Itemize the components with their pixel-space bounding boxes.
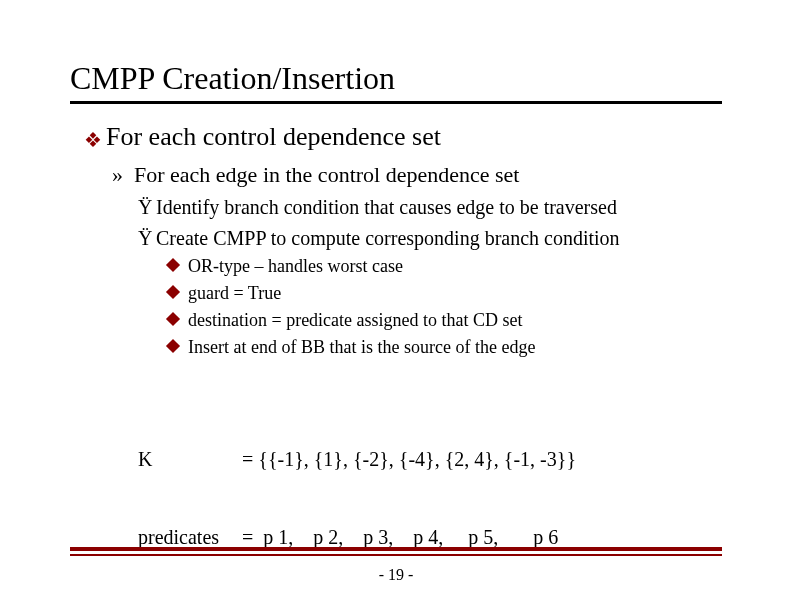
bullet-level2: » For each edge in the control dependenc… [112,162,722,188]
k-label: K [138,446,242,472]
bullet-text: destination = predicate assigned to that… [188,310,722,331]
slide-title: CMPP Creation/Insertion [70,60,722,104]
diamond-icon: ❖ [84,128,106,152]
equals-sign: = [242,446,253,472]
small-diamond-icon [168,286,188,302]
page-number: - 19 - [0,566,792,584]
k-row: K = {{-1}, {1}, {-2}, {-4}, {2, 4}, {-1,… [138,446,722,472]
footer-divider [70,547,722,556]
bullet-level3: Ÿ Identify branch condition that causes … [138,196,722,219]
small-diamond-icon [168,340,188,356]
bullet-text: OR-type – handles worst case [188,256,722,277]
bullet-level3: Ÿ Create CMPP to compute corresponding b… [138,227,722,250]
y-marker-icon: Ÿ [138,227,156,250]
content-area: ❖ For each control dependence set » For … [70,122,722,612]
bullet-level1: ❖ For each control dependence set [84,122,722,152]
small-diamond-icon [168,259,188,275]
bullet-text: Identify branch condition that causes ed… [156,196,722,219]
bullet-level4: Insert at end of BB that is the source o… [168,337,722,358]
bullet-text: guard = True [188,283,722,304]
bullet-text: Create CMPP to compute corresponding bra… [156,227,722,250]
bullet-level4: OR-type – handles worst case [168,256,722,277]
bullet-text: Insert at end of BB that is the source o… [188,337,722,358]
bullet-level4: guard = True [168,283,722,304]
bullet-text: For each control dependence set [106,122,722,152]
slide: CMPP Creation/Insertion ❖ For each contr… [0,0,792,612]
small-diamond-icon [168,313,188,329]
k-sets-value: {{-1}, {1}, {-2}, {-4}, {2, 4}, {-1, -3}… [258,446,576,472]
bullet-text: For each edge in the control dependence … [134,162,722,188]
chevron-icon: » [112,162,134,188]
bullet-level4: destination = predicate assigned to that… [168,310,722,331]
y-marker-icon: Ÿ [138,196,156,219]
